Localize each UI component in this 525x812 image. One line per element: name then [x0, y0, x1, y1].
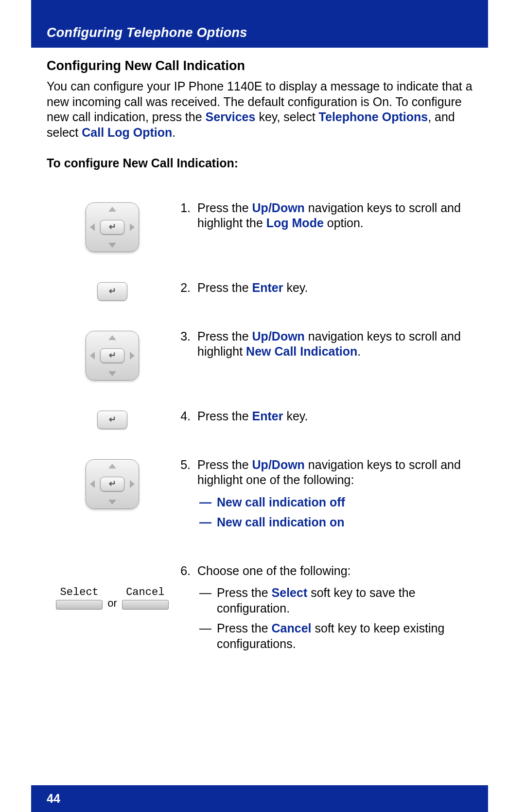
enter-arrow-icon: ↵ — [109, 414, 116, 425]
enter-button-icon: ↵ — [100, 220, 124, 235]
step-text-segment: Press the — [197, 409, 252, 423]
chevron-up-icon — [108, 207, 116, 212]
cancel-button-icon — [122, 600, 169, 610]
sublist-text: Press the Cancel soft key to keep existi… — [217, 621, 474, 651]
step-row: ↵ 3. Press the Up/Down navigation keys t… — [47, 329, 474, 380]
step-sublist: — New call indication off — New call ind… — [197, 495, 474, 530]
step-text-segment: Press the — [217, 586, 272, 599]
select-button-icon — [56, 600, 103, 610]
cancel-softkey: Cancel — [122, 586, 169, 610]
nav-pad-icon: ↵ — [86, 331, 139, 380]
chevron-down-icon — [108, 243, 116, 248]
chevron-down-icon — [108, 500, 116, 505]
step-text-segment: option. — [324, 216, 364, 230]
step-row: Select or Cancel 6. Choose one of the fo… — [47, 563, 474, 657]
sublist-item: — New call indication on — [197, 515, 474, 530]
step-row: ↵ 4. Press the Enter key. — [47, 409, 474, 429]
chevron-left-icon — [90, 352, 95, 360]
step-row: ↵ 1. Press the Up/Down navigation keys t… — [47, 200, 474, 252]
step-number: 3. — [178, 329, 197, 360]
enter-key-icon: ↵ — [97, 411, 127, 429]
footer-band: 44 — [31, 785, 488, 812]
step-text-col: 3. Press the Up/Down navigation keys to … — [178, 329, 474, 360]
step-text-segment: Cancel — [272, 621, 312, 635]
sublist-text: Press the Select soft key to save the co… — [217, 585, 474, 616]
step-row: ↵ 5. Press the Up/Down navigation keys t… — [47, 457, 474, 535]
enter-arrow-icon: ↵ — [109, 221, 116, 233]
step-icon-col: ↵ — [47, 329, 178, 380]
step-text-segment: Up/Down — [252, 458, 305, 471]
step-text-segment: . — [357, 344, 361, 358]
step-body: Press the Enter key. — [197, 280, 474, 296]
step-text-segment: Select — [272, 586, 308, 599]
sublist-item: — Press the Cancel soft key to keep exis… — [197, 621, 474, 651]
intro-text-4: . — [172, 126, 175, 139]
dash-icon: — — [197, 495, 217, 510]
step-text-col: 5. Press the Up/Down navigation keys to … — [178, 457, 474, 535]
sublist-item: — New call indication off — [197, 495, 474, 510]
nav-pad-icon: ↵ — [86, 202, 139, 252]
chevron-up-icon — [108, 335, 116, 340]
chevron-left-icon — [90, 480, 95, 488]
chevron-up-icon — [108, 464, 116, 469]
page-number: 44 — [47, 792, 60, 806]
or-text: or — [107, 596, 117, 610]
step-text-segment: key. — [283, 281, 308, 294]
enter-button-icon: ↵ — [100, 348, 124, 363]
step-number: 5. — [178, 457, 197, 535]
step-text-segment: Press the — [197, 201, 252, 215]
chevron-down-icon — [108, 371, 116, 376]
select-label: Select — [60, 586, 99, 599]
enter-button-icon: ↵ — [100, 477, 124, 491]
enter-arrow-icon: ↵ — [109, 286, 116, 297]
softkeys-icon: Select or Cancel — [56, 586, 169, 610]
step-icon-col: ↵ — [47, 200, 178, 252]
step-sublist: — Press the Select soft key to save the … — [197, 585, 474, 651]
header-band: Configuring Telephone Options — [31, 0, 488, 48]
step-text-segment: Press the — [197, 281, 252, 294]
step-text-segment: key. — [283, 409, 308, 423]
step-number: 1. — [178, 200, 197, 231]
chevron-left-icon — [90, 223, 95, 231]
step-number: 6. — [178, 563, 197, 657]
chevron-right-icon — [130, 223, 135, 231]
dash-icon: — — [197, 585, 217, 616]
kw-telephone-options: Telephone Options — [319, 110, 428, 124]
step-body: Press the Up/Down navigation keys to scr… — [197, 329, 474, 360]
step-text-col: 4. Press the Enter key. — [178, 409, 474, 424]
step-text-segment: Enter — [252, 281, 283, 294]
procedure-heading: To configure New Call Indication: — [47, 156, 474, 171]
nav-pad-icon: ↵ — [86, 459, 139, 509]
step-icon-col: ↵ — [47, 457, 178, 509]
step-text-segment: New Call Indication — [246, 344, 357, 358]
enter-arrow-icon: ↵ — [109, 478, 116, 489]
step-text-segment: Press the — [197, 329, 252, 343]
page-content: Configuring New Call Indication You can … — [47, 57, 474, 685]
kw-services: Services — [206, 110, 256, 124]
step-text-col: 1. Press the Up/Down navigation keys to … — [178, 200, 474, 231]
sublist-text: New call indication on — [217, 515, 474, 530]
steps-list: ↵ 1. Press the Up/Down navigation keys t… — [47, 200, 474, 657]
step-body: Press the Up/Down navigation keys to scr… — [197, 200, 474, 231]
step-text-segment: Choose one of the following: — [197, 564, 351, 577]
step-text-col: 6. Choose one of the following: — Press … — [178, 563, 474, 657]
step-text-segment: Log Mode — [266, 216, 324, 230]
chevron-right-icon — [130, 480, 135, 488]
step-icon-col: ↵ — [47, 280, 178, 301]
step-text-segment: Press the — [217, 621, 272, 635]
step-text-segment: Up/Down — [252, 329, 305, 343]
dash-icon: — — [197, 621, 217, 651]
header-title: Configuring Telephone Options — [31, 0, 488, 40]
step-body: Choose one of the following: — Press the… — [197, 563, 474, 657]
step-body: Press the Enter key. — [197, 409, 474, 424]
step-body: Press the Up/Down navigation keys to scr… — [197, 457, 474, 535]
intro-text-2: key, select — [255, 110, 318, 124]
step-number: 2. — [178, 280, 197, 296]
step-text-segment: Up/Down — [252, 201, 305, 215]
step-text-segment: Press the — [197, 458, 252, 471]
sublist-text: New call indication off — [217, 495, 474, 510]
step-text-segment: Enter — [252, 409, 283, 423]
cancel-label: Cancel — [126, 586, 164, 599]
step-icon-col: Select or Cancel — [47, 563, 178, 610]
intro-paragraph: You can configure your IP Phone 1140E to… — [47, 79, 474, 140]
